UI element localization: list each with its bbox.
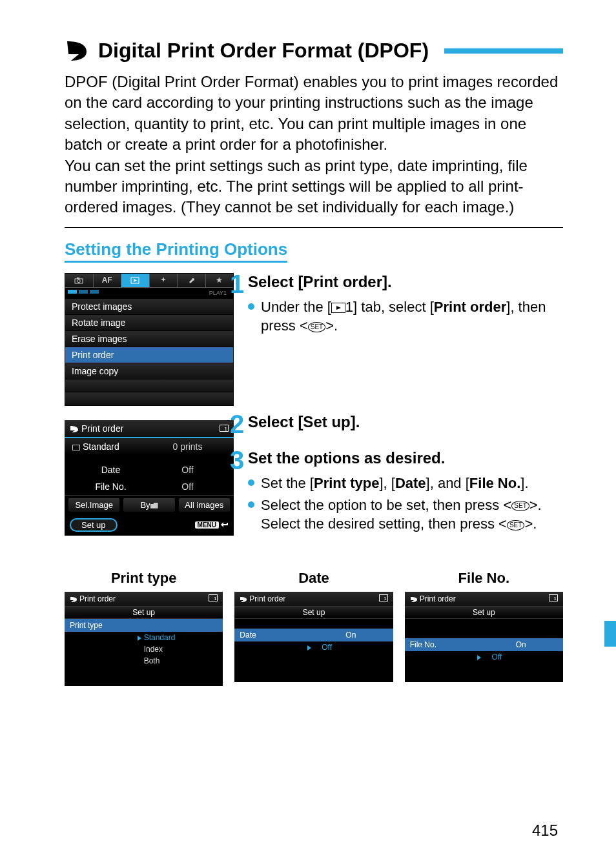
date-row: Date Off — [65, 461, 234, 478]
svg-marker-4 — [134, 279, 137, 282]
step-1-bullet: Under the [1] tab, select [Print order],… — [248, 298, 563, 336]
step-2: 2 Select [Set up]. — [248, 413, 563, 435]
mini-row-fileno: File No.On — [405, 638, 563, 651]
step-3-title: Set the options as desired. — [248, 449, 445, 467]
mini-screenshots: Print type Print order Set up Print type… — [65, 570, 563, 686]
divider — [65, 227, 563, 228]
card-icon — [549, 594, 558, 603]
tab-tool-icon — [150, 274, 178, 287]
dpof-arrow-icon — [410, 594, 418, 603]
fileno-value: Off — [149, 481, 226, 492]
mini-head-label: Print order — [79, 594, 116, 603]
section-title: Setting the Printing Options — [65, 239, 287, 263]
mini-sub: Set up — [65, 606, 223, 619]
print-type-label: Standard — [83, 441, 119, 452]
tab-play-icon — [121, 274, 150, 287]
bullet-icon — [248, 501, 254, 508]
svg-point-1 — [77, 279, 80, 282]
step-1: 1 Select [Print order]. Under the [1] ta… — [248, 273, 563, 336]
svg-rect-2 — [77, 278, 79, 279]
step-3-number: 3 — [230, 449, 244, 471]
dpof-arrow-icon — [65, 40, 89, 62]
mini-sub: Set up — [234, 606, 393, 619]
set-button-icon: SET — [507, 520, 524, 530]
mini-opt-off: Off — [405, 651, 563, 663]
print-order-title: Print order — [81, 423, 123, 434]
mini-date-title: Date — [234, 570, 393, 587]
print-order-header: Print order — [65, 420, 234, 437]
mini-fileno: File No. Print order Set up File No.On O… — [405, 570, 563, 686]
folder-icon — [150, 503, 158, 509]
print-order-buttons: Sel.Image By All images — [65, 495, 234, 514]
prints-count: 0 prints — [149, 441, 226, 452]
mini-row-print-type: Print type — [65, 619, 223, 632]
card-icon — [209, 594, 218, 603]
menu-return: MENU — [195, 521, 229, 529]
mini-opt-index: Index — [65, 643, 223, 655]
step-3-bullet-1: Set the [Print type], [Date], and [File … — [248, 474, 563, 493]
setup-button: Set up — [70, 518, 118, 532]
step-1-title: Select [Print order]. — [248, 273, 392, 291]
menu-item-erase: Erase images — [65, 331, 233, 347]
mini-date: Date Print order Set up DateOn Off — [234, 570, 393, 686]
mini-opt-standard: Standard — [65, 632, 223, 643]
menu-item-rotate: Rotate image — [65, 315, 233, 331]
print-order-screenshot: Print order Standard 0 prints Date Off F… — [65, 420, 234, 536]
dpof-arrow-icon — [70, 594, 77, 603]
date-label: Date — [72, 465, 149, 475]
set-button-icon: SET — [308, 322, 325, 332]
camera-menu-screenshot: AF ★ PLAY1 Protect images Rotate image E… — [65, 273, 234, 406]
card-icon — [379, 594, 388, 603]
menu-item-image-copy: Image copy — [65, 363, 233, 379]
mini-row-date: DateOn — [234, 629, 393, 641]
tab-wrench-icon — [178, 274, 206, 287]
intro-text: DPOF (Digital Print Order Format) enable… — [65, 72, 563, 218]
tab-af-icon: AF — [94, 274, 122, 287]
bullet-icon — [248, 479, 254, 486]
sel-image-button: Sel.Image — [68, 498, 119, 512]
dpof-arrow-icon — [70, 423, 79, 434]
tab-star-icon: ★ — [206, 274, 234, 287]
play-tab-icon — [331, 303, 345, 313]
mini-print-type: Print type Print order Set up Print type… — [65, 570, 223, 686]
menu-item-protect: Protect images — [65, 299, 233, 315]
svg-marker-5 — [336, 306, 341, 310]
all-images-button: All images — [179, 498, 230, 512]
menu-badge: MENU — [195, 521, 219, 529]
by-folder-button: By — [123, 498, 174, 512]
bullet-icon — [248, 303, 254, 310]
step-3-bullet-2-text: Select the option to be set, then press … — [261, 496, 563, 534]
mini-fileno-title: File No. — [405, 570, 563, 587]
tab-camera-icon — [65, 274, 94, 287]
return-icon — [221, 521, 229, 528]
step-2-title: Select [Set up]. — [248, 413, 360, 431]
date-value: Off — [149, 465, 226, 475]
book-icon — [72, 445, 80, 450]
mini-print-type-title: Print type — [65, 570, 223, 587]
page-title-row: Digital Print Order Format (DPOF) — [65, 39, 563, 63]
intro-p1: DPOF (Digital Print Order Format) enable… — [65, 72, 563, 156]
camera-menu-tabs: AF ★ — [65, 274, 233, 288]
card-icon — [220, 423, 229, 434]
page-title: Digital Print Order Format (DPOF) — [98, 39, 429, 63]
side-tab-marker — [604, 621, 616, 647]
mini-opt-both: Both — [65, 655, 223, 667]
mini-sub: Set up — [405, 606, 563, 619]
mini-opt-off: Off — [234, 641, 393, 653]
fileno-row: File No. Off — [65, 478, 234, 495]
fileno-label: File No. — [72, 481, 149, 492]
set-button-icon: SET — [511, 501, 529, 511]
dpof-arrow-icon — [240, 594, 247, 603]
page-number: 415 — [532, 822, 558, 840]
mini-head-label: Print order — [420, 594, 456, 603]
step-3-bullet-1-text: Set the [Print type], [Date], and [File … — [261, 474, 563, 493]
tab-group-label: PLAY1 — [209, 290, 231, 296]
step-3-bullet-2: Select the option to be set, then press … — [248, 496, 563, 534]
camera-subtabs: PLAY1 — [65, 288, 233, 299]
mini-head-label: Print order — [249, 594, 285, 603]
print-order-footer: Set up MENU — [65, 514, 234, 536]
print-type-row: Standard 0 prints — [65, 438, 234, 455]
menu-empty-row — [65, 379, 233, 392]
step-3: 3 Set the options as desired. Set the [P… — [248, 449, 563, 534]
intro-p2: You can set the print settings such as p… — [65, 156, 563, 218]
